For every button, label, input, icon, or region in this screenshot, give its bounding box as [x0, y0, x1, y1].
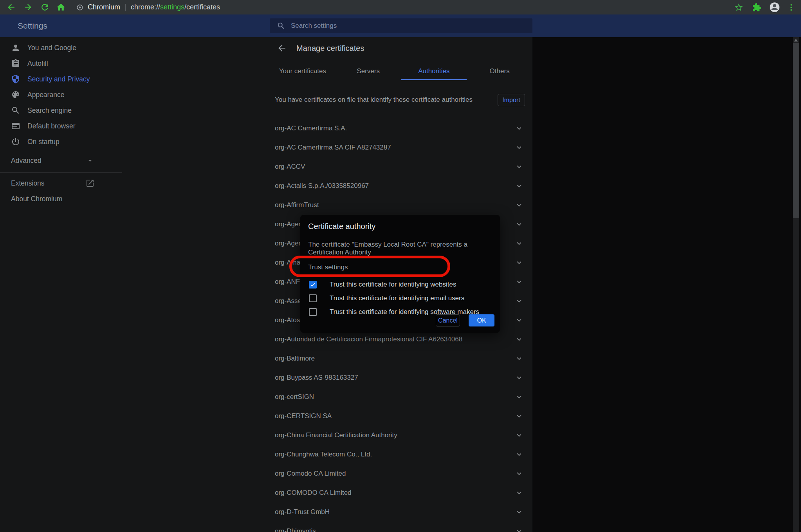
- sidebar-item-label: Security and Privacy: [27, 75, 90, 83]
- chevron-down-icon[interactable]: [515, 508, 523, 516]
- forward-button[interactable]: [23, 2, 33, 12]
- sidebar-item[interactable]: Default browser: [0, 118, 125, 134]
- palette-icon: [11, 90, 20, 99]
- advanced-button[interactable]: Advanced: [0, 153, 101, 168]
- certificate-row[interactable]: org-AffirmTrust: [270, 195, 532, 215]
- certificate-label: org-ACCV: [275, 163, 305, 171]
- chevron-down-icon[interactable]: [515, 412, 523, 420]
- certificate-row[interactable]: org-ACCV: [270, 157, 532, 176]
- chevron-down-icon[interactable]: [515, 431, 523, 440]
- chevron-down-icon[interactable]: [515, 469, 523, 478]
- import-button[interactable]: Import: [498, 94, 525, 106]
- url-scheme: chrome://: [131, 3, 160, 11]
- certificate-label: org-COMODO CA Limited: [275, 489, 352, 497]
- checkbox[interactable]: [309, 308, 317, 316]
- checkbox[interactable]: [309, 294, 317, 302]
- certificate-row[interactable]: org-D-Trust GmbH: [270, 502, 532, 521]
- scrollbar-up-arrow[interactable]: [794, 39, 798, 41]
- ok-button[interactable]: OK: [469, 314, 494, 326]
- chevron-down-icon[interactable]: [515, 258, 523, 267]
- chevron-down-icon[interactable]: [515, 239, 523, 248]
- chevron-down-icon[interactable]: [515, 201, 523, 209]
- settings-search-input[interactable]: Search settings: [270, 18, 532, 33]
- extensions-link[interactable]: Extensions: [0, 175, 101, 191]
- certificates-banner: You have certificates on file that ident…: [275, 92, 532, 108]
- sidebar-item-label: Autofill: [27, 60, 48, 68]
- chevron-down-icon[interactable]: [515, 297, 523, 305]
- chevron-down-icon[interactable]: [515, 373, 523, 382]
- chevron-down-icon[interactable]: [515, 143, 523, 152]
- sidebar-item[interactable]: On startup: [0, 134, 125, 150]
- url-highlight: settings: [160, 3, 184, 11]
- tab-label: Servers: [357, 67, 380, 75]
- chevron-down-icon[interactable]: [515, 527, 523, 532]
- browser-menu-button[interactable]: [787, 3, 796, 12]
- back-arrow-button[interactable]: [277, 43, 287, 53]
- tab[interactable]: Authorities: [401, 63, 467, 80]
- tab[interactable]: Others: [467, 63, 532, 80]
- certificate-row[interactable]: org-Buypass AS-983163327: [270, 368, 532, 387]
- chevron-down-icon[interactable]: [515, 162, 523, 171]
- about-link[interactable]: About Chromium: [0, 191, 101, 207]
- checkbox[interactable]: [309, 281, 317, 289]
- browser-title: Chromium: [88, 3, 120, 11]
- sidebar-item[interactable]: Autofill: [0, 56, 125, 71]
- sidebar-item[interactable]: Search engine: [0, 103, 125, 118]
- certificate-label: org-CERTSIGN SA: [275, 412, 332, 420]
- certificate-label: org-AffirmTrust: [275, 201, 319, 209]
- banner-text: You have certificates on file that ident…: [275, 96, 473, 104]
- certificate-row[interactable]: org-CERTSIGN SA: [270, 406, 532, 426]
- chevron-down-icon[interactable]: [515, 450, 523, 459]
- reload-button[interactable]: [40, 2, 50, 12]
- sidebar-item[interactable]: Appearance: [0, 87, 125, 103]
- settings-header: Settings Search settings: [0, 14, 801, 37]
- chevron-down-icon[interactable]: [515, 278, 523, 286]
- checkbox-label: Trust this certificate for identifying e…: [330, 294, 464, 302]
- certificate-row[interactable]: org-COMODO CA Limited: [270, 483, 532, 502]
- certificate-row[interactable]: org-Actalis S.p.A./03358520967: [270, 176, 532, 195]
- browser-icon: [11, 121, 20, 131]
- certificate-row[interactable]: org-Baltimore: [270, 349, 532, 368]
- bookmark-star-button[interactable]: [734, 3, 743, 12]
- url-text[interactable]: chrome://settings/certificates: [131, 3, 220, 11]
- home-button[interactable]: [56, 2, 66, 12]
- chevron-down-icon[interactable]: [515, 489, 523, 497]
- chevron-down-icon[interactable]: [515, 393, 523, 401]
- scrollbar[interactable]: [793, 37, 799, 532]
- search-placeholder: Search settings: [291, 22, 337, 30]
- url-path: /certificates: [184, 3, 220, 11]
- certificate-label: org-Actalis S.p.A./03358520967: [275, 182, 369, 190]
- certificate-row[interactable]: org-China Financial Certification Author…: [270, 426, 532, 445]
- certificate-row[interactable]: org-Chunghwa Telecom Co., Ltd.: [270, 445, 532, 464]
- certificate-label: org-Dhimyotis: [275, 527, 316, 532]
- chevron-down-icon[interactable]: [515, 124, 523, 133]
- sidebar-item-label: Appearance: [27, 91, 64, 99]
- trust-checkbox-list: Trust this certificate for identifying w…: [308, 278, 500, 319]
- certificate-row[interactable]: org-Dhimyotis: [270, 521, 532, 532]
- chevron-down-icon[interactable]: [515, 220, 523, 229]
- scrollbar-thumb[interactable]: [793, 43, 799, 218]
- tab[interactable]: Servers: [336, 63, 401, 80]
- chevron-down-icon[interactable]: [515, 335, 523, 344]
- certificate-row[interactable]: org-Comodo CA Limited: [270, 464, 532, 483]
- avatar-button[interactable]: [769, 2, 780, 13]
- browser-window: Chromium chrome://settings/certificates …: [0, 0, 801, 532]
- certificate-row[interactable]: org-AC Camerfirma S.A.: [270, 119, 532, 138]
- chevron-down-icon[interactable]: [515, 182, 523, 190]
- sidebar-item-label: You and Google: [27, 44, 76, 52]
- chevron-down-icon[interactable]: [515, 316, 523, 325]
- site-info-icon[interactable]: [76, 4, 84, 11]
- certificate-label: org-China Financial Certification Author…: [275, 431, 397, 439]
- extensions-button[interactable]: [752, 3, 761, 12]
- sidebar-item[interactable]: You and Google: [0, 40, 125, 56]
- sidebar-item[interactable]: Security and Privacy: [0, 71, 125, 87]
- back-button[interactable]: [6, 2, 16, 12]
- cancel-button[interactable]: Cancel: [436, 314, 460, 326]
- tab[interactable]: Your certificates: [270, 63, 336, 80]
- certificate-label: org-AC Camerfirma SA CIF A82743287: [275, 144, 391, 151]
- shield-icon: [11, 74, 20, 84]
- chevron-down-icon[interactable]: [515, 354, 523, 363]
- certificate-row[interactable]: org-AC Camerfirma SA CIF A82743287: [270, 138, 532, 157]
- certificate-row[interactable]: org-certSIGN: [270, 387, 532, 406]
- dialog-title: Certificate authority: [308, 222, 500, 231]
